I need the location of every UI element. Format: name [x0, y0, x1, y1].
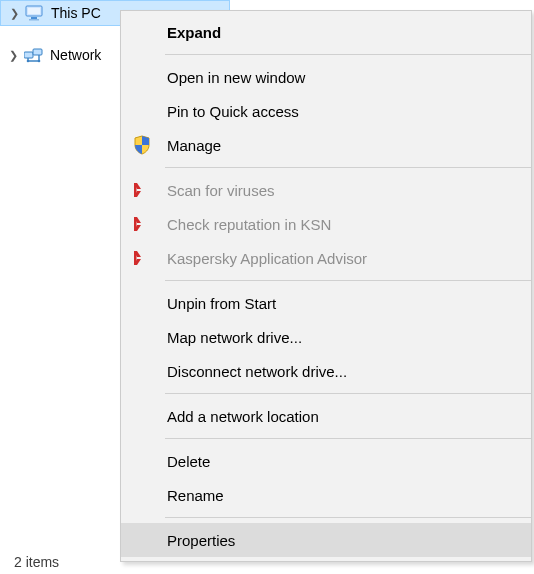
menu-item-label: Check reputation in KSN	[167, 216, 331, 233]
menu-icon-blank	[131, 65, 167, 89]
network-icon	[24, 45, 44, 65]
menu-icon-blank	[131, 99, 167, 123]
svg-point-6	[27, 60, 30, 63]
menu-item-label: Scan for viruses	[167, 182, 275, 199]
kaspersky-icon	[131, 246, 167, 270]
svg-rect-4	[24, 52, 33, 58]
svg-rect-5	[33, 49, 42, 55]
menu-item-map-drive[interactable]: Map network drive...	[121, 320, 531, 354]
this-pc-icon	[25, 3, 45, 23]
menu-icon-blank	[131, 528, 167, 552]
menu-item-label: Properties	[167, 532, 235, 549]
menu-icon-blank	[131, 291, 167, 315]
menu-item-check-ksn[interactable]: Check reputation in KSN	[121, 207, 531, 241]
shield-icon	[131, 133, 167, 157]
menu-item-unpin-start[interactable]: Unpin from Start	[121, 286, 531, 320]
svg-rect-10	[134, 183, 137, 197]
menu-item-label: Unpin from Start	[167, 295, 276, 312]
menu-item-add-network-location[interactable]: Add a network location	[121, 399, 531, 433]
menu-item-delete[interactable]: Delete	[121, 444, 531, 478]
menu-icon-blank	[131, 20, 167, 44]
menu-item-label: Expand	[167, 24, 221, 41]
menu-item-open-new-window[interactable]: Open in new window	[121, 60, 531, 94]
menu-item-label: Map network drive...	[167, 329, 302, 346]
menu-separator	[165, 167, 531, 168]
status-items-count: 2 items	[14, 554, 59, 570]
menu-separator	[165, 54, 531, 55]
svg-rect-1	[28, 8, 40, 14]
menu-separator	[165, 280, 531, 281]
context-menu: Expand Open in new window Pin to Quick a…	[120, 10, 532, 562]
menu-item-label: Kaspersky Application Advisor	[167, 250, 367, 267]
svg-rect-16	[134, 251, 137, 265]
menu-item-properties[interactable]: Properties	[121, 523, 531, 557]
menu-item-disconnect-drive[interactable]: Disconnect network drive...	[121, 354, 531, 388]
menu-item-manage[interactable]: Manage	[121, 128, 531, 162]
kaspersky-icon	[131, 212, 167, 236]
menu-item-pin-quick-access[interactable]: Pin to Quick access	[121, 94, 531, 128]
menu-icon-blank	[131, 449, 167, 473]
menu-icon-blank	[131, 483, 167, 507]
tree-item-label: Network	[50, 47, 101, 63]
svg-point-7	[38, 60, 41, 63]
menu-item-expand[interactable]: Expand	[121, 15, 531, 49]
menu-separator	[165, 517, 531, 518]
expand-arrow-icon[interactable]: ❯	[8, 49, 18, 62]
svg-rect-2	[31, 17, 37, 19]
menu-item-label: Rename	[167, 487, 224, 504]
menu-icon-blank	[131, 359, 167, 383]
tree-item-label: This PC	[51, 5, 101, 21]
svg-rect-3	[29, 19, 39, 21]
menu-item-label: Delete	[167, 453, 210, 470]
menu-item-rename[interactable]: Rename	[121, 478, 531, 512]
menu-item-label: Disconnect network drive...	[167, 363, 347, 380]
menu-item-label: Manage	[167, 137, 221, 154]
menu-icon-blank	[131, 404, 167, 428]
menu-item-label: Open in new window	[167, 69, 305, 86]
menu-icon-blank	[131, 325, 167, 349]
menu-item-kaspersky-advisor[interactable]: Kaspersky Application Advisor	[121, 241, 531, 275]
menu-separator	[165, 438, 531, 439]
menu-separator	[165, 393, 531, 394]
menu-item-label: Pin to Quick access	[167, 103, 299, 120]
expand-arrow-icon[interactable]: ❯	[9, 7, 19, 20]
menu-item-label: Add a network location	[167, 408, 319, 425]
kaspersky-icon	[131, 178, 167, 202]
svg-rect-13	[134, 217, 137, 231]
menu-item-scan-viruses[interactable]: Scan for viruses	[121, 173, 531, 207]
